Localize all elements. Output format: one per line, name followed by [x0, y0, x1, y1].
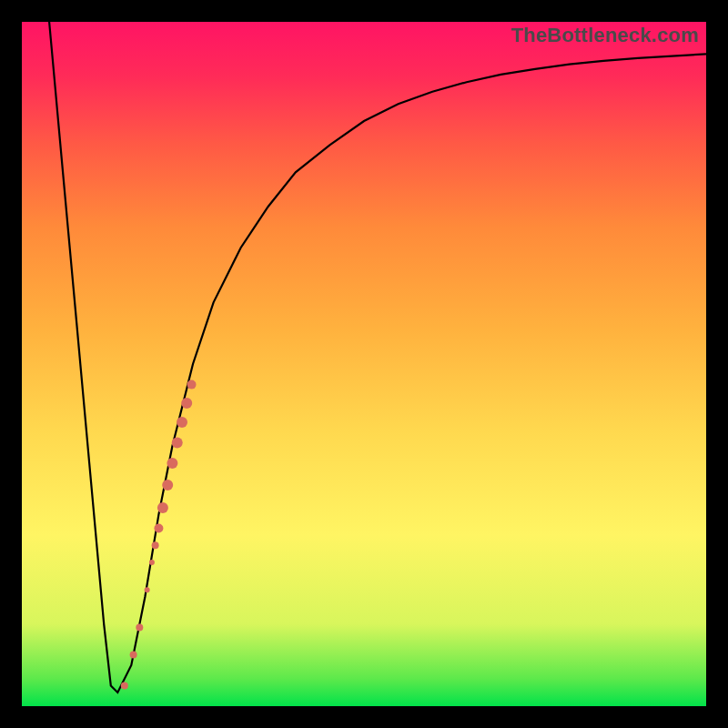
curve-marker: [149, 560, 155, 565]
curve-layer: [22, 22, 706, 706]
chart-frame: TheBottleneck.com: [0, 0, 728, 728]
curve-marker: [177, 417, 187, 428]
curve-marker: [121, 682, 128, 689]
curve-marker: [154, 524, 163, 533]
curve-marker: [157, 502, 168, 513]
curve-markers: [121, 380, 197, 690]
curve-marker: [187, 380, 197, 389]
curve-marker: [130, 652, 137, 659]
curve-marker: [136, 624, 143, 632]
curve-marker: [145, 587, 150, 592]
plot-area: TheBottleneck.com: [22, 22, 706, 706]
curve-marker: [167, 458, 177, 469]
curve-marker: [162, 480, 173, 490]
curve-marker: [172, 438, 183, 449]
curve-marker: [181, 398, 192, 409]
curve-marker: [152, 541, 159, 549]
